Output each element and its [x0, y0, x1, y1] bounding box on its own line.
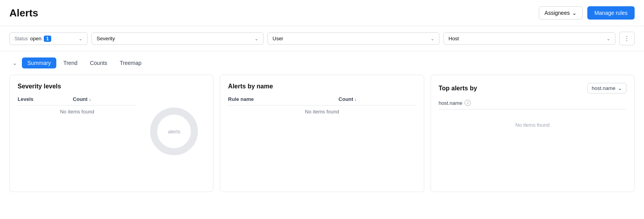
tab-section: ⌄ Summary Trend Counts Treemap: [0, 51, 644, 68]
host-filter[interactable]: Host ⌄: [443, 32, 615, 45]
user-filter-label: User: [273, 36, 283, 41]
alerts-count-col-header: Count ↓: [339, 96, 416, 106]
severity-chevron-icon: ⌄: [255, 36, 258, 41]
tab-counts[interactable]: Counts: [84, 57, 113, 68]
manage-rules-button[interactable]: Manage rules: [587, 6, 635, 20]
tab-treemap[interactable]: Treemap: [114, 57, 147, 68]
top-alerts-select[interactable]: host.name ⌄: [587, 83, 626, 93]
count-sort-arrow: ↓: [89, 97, 91, 102]
cards-container: Severity levels Levels Count ↓: [0, 75, 644, 201]
more-filters-button[interactable]: ⋮: [619, 32, 635, 45]
levels-col-header: Levels: [18, 96, 73, 106]
donut-chart: alerts: [143, 100, 205, 163]
host-name-row: host.name i: [439, 100, 626, 110]
severity-filter[interactable]: Severity ⌄: [91, 32, 264, 45]
assignees-chevron-icon: ⌄: [572, 10, 577, 16]
alerts-by-name-card: Alerts by name Rule name Count ↓ No item…: [220, 75, 424, 192]
status-filter[interactable]: Status open 1 ⌄: [9, 32, 88, 45]
severity-levels-card: Severity levels Levels Count ↓: [9, 75, 213, 192]
host-chevron-icon: ⌄: [606, 36, 610, 41]
chevron-down-icon: ⌄: [13, 60, 17, 66]
header-actions: Assignees ⌄ Manage rules: [539, 6, 635, 20]
status-filter-value: open: [30, 36, 41, 41]
page-title: Alerts: [9, 7, 38, 19]
rule-name-col-header: Rule name: [228, 96, 338, 106]
severity-table-section: Levels Count ↓ No items found: [18, 96, 136, 118]
alerts-count-sort-arrow: ↓: [354, 97, 357, 102]
tab-trend[interactable]: Trend: [58, 57, 83, 68]
donut-label: alerts: [168, 129, 180, 135]
severity-filter-label: Severity: [97, 36, 115, 41]
filter-bar: Status open 1 ⌄ Severity ⌄ User ⌄ Host ⌄…: [0, 26, 644, 51]
count-col-header: Count ↓: [73, 96, 136, 106]
more-filters-icon: ⋮: [624, 35, 630, 42]
info-icon: i: [465, 100, 471, 106]
alerts-table: Rule name Count ↓ No items found: [228, 96, 416, 118]
top-alerts-title: Top alerts by: [439, 85, 477, 92]
page-header: Alerts Assignees ⌄ Manage rules: [0, 0, 644, 26]
severity-table: Levels Count ↓ No items found: [18, 96, 136, 118]
top-alerts-header: Top alerts by host.name ⌄: [439, 83, 626, 93]
tab-summary[interactable]: Summary: [22, 57, 56, 68]
table-row: No items found: [18, 106, 136, 118]
host-name-label: host.name: [439, 100, 463, 106]
severity-card-title: Severity levels: [18, 83, 205, 90]
user-filter[interactable]: User ⌄: [267, 32, 439, 45]
severity-card-inner: Levels Count ↓ No items found: [18, 96, 205, 163]
assignees-label: Assignees: [545, 10, 570, 16]
user-chevron-icon: ⌄: [431, 36, 434, 41]
status-filter-label: Status: [14, 36, 28, 41]
top-alerts-select-chevron: ⌄: [618, 85, 622, 91]
top-alerts-select-value: host.name: [592, 85, 615, 91]
alerts-no-items-message: No items found: [228, 106, 416, 118]
status-filter-badge: 1: [44, 36, 51, 42]
top-alerts-card: Top alerts by host.name ⌄ host.name i No…: [431, 75, 635, 192]
alerts-name-card-title: Alerts by name: [228, 83, 416, 90]
no-items-message: No items found: [18, 106, 136, 118]
host-filter-label: Host: [448, 36, 459, 41]
assignees-button[interactable]: Assignees ⌄: [539, 6, 583, 20]
table-row: No items found: [228, 106, 416, 118]
status-chevron-icon: ⌄: [79, 36, 83, 41]
top-alerts-no-items: No items found: [439, 114, 626, 136]
tab-bar: ⌄ Summary Trend Counts Treemap: [9, 57, 635, 68]
collapse-button[interactable]: ⌄: [9, 58, 20, 68]
